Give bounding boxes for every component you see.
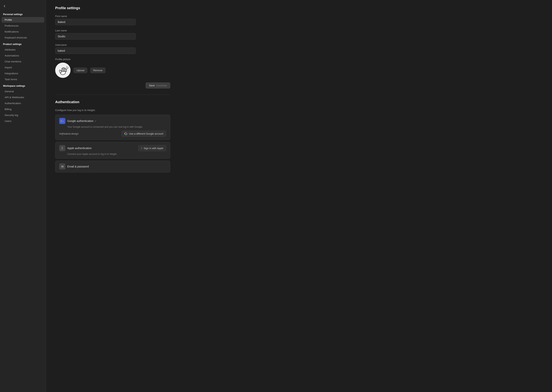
last-name-label: Last name bbox=[55, 29, 136, 32]
avatar-image bbox=[56, 63, 70, 77]
sidebar-item-profile[interactable]: Profile bbox=[1, 17, 44, 23]
avatar bbox=[55, 63, 71, 78]
save-row: Save Cmd+Enter bbox=[55, 83, 170, 88]
apple-auth-title: Apple authentication bbox=[67, 147, 92, 150]
authentication-title: Authentication bbox=[55, 100, 543, 104]
back-button[interactable] bbox=[0, 3, 46, 9]
google-auth-card: Google authentication ✓ Your Google acco… bbox=[55, 115, 170, 140]
username-label: Username bbox=[55, 43, 136, 46]
sidebar-item-import[interactable]: Import bbox=[1, 65, 44, 70]
connected-badge: ✓ bbox=[94, 120, 97, 123]
apple-icon:  bbox=[59, 145, 65, 151]
page-title: Profile settings bbox=[55, 6, 543, 10]
email-icon: ✉ bbox=[59, 163, 65, 170]
apple-title-row:  Apple authentication bbox=[59, 145, 92, 151]
svg-rect-4 bbox=[63, 68, 64, 72]
sidebar-item-keyboard-shortcuts[interactable]: Keyboard shortcuts bbox=[1, 35, 44, 40]
profile-picture-label: Profile picture bbox=[55, 58, 543, 61]
apple-auth-card:  Apple authentication  Sign in with Ap… bbox=[55, 142, 170, 159]
google-icon bbox=[59, 118, 65, 124]
sidebar-item-integrations[interactable]: Integrations bbox=[1, 71, 44, 76]
last-name-input[interactable] bbox=[55, 33, 136, 40]
save-shortcut: Cmd+Enter bbox=[156, 84, 167, 87]
google-title-row: Google authentication ✓ bbox=[59, 118, 97, 124]
apple-auth-header:  Apple authentication  Sign in with Ap… bbox=[59, 145, 166, 151]
email-auth-card: ✉ Email & password bbox=[55, 161, 170, 172]
sidebar-item-security-log[interactable]: Security log bbox=[1, 112, 44, 118]
sidebar-item-automations[interactable]: Automations bbox=[1, 53, 44, 58]
email-title-row: ✉ Email & password bbox=[59, 163, 166, 170]
save-button[interactable]: Save Cmd+Enter bbox=[146, 83, 170, 88]
email-icon-glyph: ✉ bbox=[61, 165, 64, 168]
section-label-product: Product settings bbox=[0, 41, 46, 47]
last-name-group: Last name bbox=[55, 29, 136, 40]
sidebar-item-api-webhooks[interactable]: API & Webhooks bbox=[1, 95, 44, 100]
sidebar-item-authentication[interactable]: Authentication bbox=[1, 100, 44, 106]
username-group: Username bbox=[55, 43, 136, 54]
authentication-description: Configure how you log in to Height. bbox=[55, 109, 543, 112]
sidebar-item-attributes[interactable]: Attributes bbox=[1, 47, 44, 52]
svg-rect-3 bbox=[62, 68, 63, 72]
svg-rect-6 bbox=[65, 69, 66, 72]
upload-button[interactable]: Upload bbox=[74, 68, 87, 73]
username-input[interactable] bbox=[55, 48, 136, 54]
google-auth-footer: hi@baked.design Use a different Google a… bbox=[59, 131, 166, 137]
sidebar-item-task-forms[interactable]: Task forms bbox=[1, 77, 44, 82]
first-name-input[interactable] bbox=[55, 19, 136, 25]
first-name-group: First name bbox=[55, 15, 136, 25]
sidebar-item-general[interactable]: General bbox=[1, 89, 44, 94]
sidebar-item-users[interactable]: Users bbox=[1, 118, 44, 124]
section-label-personal: Personal settings bbox=[0, 11, 46, 17]
apple-auth-description: Connect your Apple account to log in to … bbox=[67, 153, 166, 155]
sidebar-item-preferences[interactable]: Preferences bbox=[1, 23, 44, 28]
main-content: Profile settings First name Last name Us… bbox=[46, 0, 552, 392]
first-name-label: First name bbox=[55, 15, 136, 18]
apple-logo:  bbox=[62, 146, 63, 150]
google-auth-header: Google authentication ✓ bbox=[59, 118, 166, 124]
sidebar-item-notifications[interactable]: Notifications bbox=[1, 29, 44, 35]
apple-signin-button[interactable]:  Sign in with Apple bbox=[138, 145, 166, 151]
sidebar-item-chat-mentions[interactable]: Chat mentions bbox=[1, 59, 44, 64]
section-label-workspace: Workspace settings bbox=[0, 82, 46, 88]
email-auth-title: Email & password bbox=[67, 165, 89, 168]
google-btn-icon bbox=[124, 132, 127, 135]
remove-button[interactable]: Remove bbox=[90, 68, 105, 73]
google-email: hi@baked.design bbox=[59, 132, 79, 135]
apple-btn-icon:  bbox=[141, 147, 142, 150]
profile-picture-row: Upload Remove bbox=[55, 63, 543, 78]
sidebar-item-billing[interactable]: Billing bbox=[1, 106, 44, 112]
google-auth-title: Google authentication ✓ bbox=[67, 119, 97, 123]
google-auth-description: Your Google account is connected and you… bbox=[67, 126, 166, 128]
google-switch-button[interactable]: Use a different Google account bbox=[122, 131, 166, 137]
sidebar: Personal settings Profile Preferences No… bbox=[0, 0, 46, 392]
profile-picture-section: Profile picture bbox=[55, 58, 543, 78]
section-divider bbox=[55, 95, 170, 95]
